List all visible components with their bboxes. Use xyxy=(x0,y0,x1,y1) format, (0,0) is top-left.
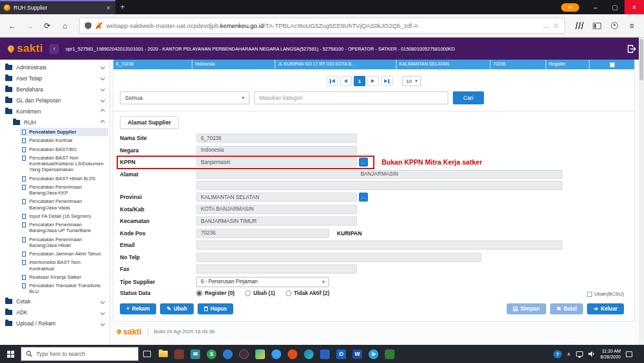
word-icon[interactable]: W xyxy=(349,345,365,363)
sidebar-item-input-fa-detail[interactable]: Input FA Detail (16 Segmen) xyxy=(19,212,108,220)
alamat-field-2[interactable] xyxy=(196,181,562,190)
sidebar-toggle-icon[interactable] xyxy=(590,19,604,33)
radio-ubah[interactable]: Ubah (1) xyxy=(245,290,275,296)
sidebar-item-jaminan-akhir-tahun[interactable]: Pencatatan Jaminan Akhir Tahun xyxy=(19,250,108,258)
tab-close-icon[interactable]: × xyxy=(105,5,111,12)
row-checkbox[interactable] xyxy=(610,62,615,67)
sidebar-item-pencatatan-bast-bg[interactable]: Pencatatan BAST/BG xyxy=(19,145,108,154)
first-page-button[interactable] xyxy=(327,76,338,86)
home-button[interactable]: ⌂ xyxy=(58,19,72,33)
taskbar-clock[interactable]: 11:20 AM8/26/2020 xyxy=(601,348,621,360)
app-icon-1[interactable] xyxy=(171,345,187,363)
page-actions-icon[interactable]: … xyxy=(543,22,549,29)
no-telp-field[interactable] xyxy=(196,253,481,262)
next-page-button[interactable] xyxy=(367,76,379,86)
ubah-button[interactable]: ✎Ubah xyxy=(160,303,194,314)
finance-app-icon[interactable]: $ xyxy=(203,345,220,363)
batal-button[interactable]: ✖Batal xyxy=(550,303,583,314)
category-select[interactable]: Semua▾ xyxy=(120,91,249,104)
browser-icon[interactable] xyxy=(220,345,236,363)
sidebar-item-aset-tetap[interactable]: Aset Tetap xyxy=(0,73,109,84)
logout-icon[interactable] xyxy=(627,45,636,53)
maximize-button[interactable]: ▢ xyxy=(605,0,625,14)
provinsi-lookup-button[interactable]: ... xyxy=(359,193,368,202)
hapus-button[interactable]: Hapus xyxy=(198,303,233,314)
telegram-icon[interactable]: ➤ xyxy=(365,345,382,363)
kppn-lookup-button[interactable]: ... xyxy=(359,158,368,167)
sidebar-item-cetak[interactable]: Cetak xyxy=(0,296,109,307)
sidebar-item-interkoneksi-bast[interactable]: Interkoneksi BAST Non-Kontraktual xyxy=(19,258,108,273)
scrollbar-thumb[interactable] xyxy=(639,39,643,80)
reload-button[interactable]: ⟳ xyxy=(40,19,54,33)
minimize-button[interactable]: – xyxy=(586,0,605,14)
hidden-icons-chevron[interactable]: ∧ xyxy=(567,351,571,357)
current-page-button[interactable]: 1 xyxy=(354,76,365,86)
collapse-sidebar-button[interactable]: ‹ xyxy=(49,44,59,54)
alamat-field-1[interactable]: BANJARMASIN xyxy=(196,170,562,179)
sharing-indicator-icon[interactable]: ∞ xyxy=(561,3,579,12)
keyword-input[interactable] xyxy=(254,91,448,104)
edge-icon[interactable] xyxy=(301,345,317,363)
sidebar-item-pencatatan-bast-hibah[interactable]: Pencatatan BAST Hibah B/J/S xyxy=(19,174,108,183)
nama-site-field[interactable]: 6_70236 xyxy=(196,134,357,143)
provinsi-field[interactable]: KALIMANTAN SELATAN xyxy=(196,193,357,202)
app-icon-2[interactable] xyxy=(252,345,268,363)
sidebar-item-transaksi-transitoris-blu[interactable]: Pencatatan Transaksi Transitoris BLU xyxy=(19,281,108,296)
sidebar-item-penerimaan-valas[interactable]: Pencatatan Penerimaan Barang/Jasa Valas xyxy=(19,197,108,212)
sidebar-item-realisasi-kinerja-satker[interactable]: Realisasi Kinerja Satker xyxy=(19,273,108,281)
sidebar-item-penerimaan-kkp[interactable]: Pencatatan Penerimaan Barang/Jasa KKP xyxy=(19,183,108,198)
new-tab-button[interactable]: + xyxy=(115,0,130,14)
radio-register[interactable]: Register (0) xyxy=(196,290,235,296)
bookmark-star-icon[interactable]: ☆ xyxy=(553,22,559,29)
tipe-supplier-select[interactable]: 6 - Penerusan Pinjaman▾ xyxy=(196,277,329,287)
task-view-icon[interactable] xyxy=(139,345,155,363)
rekam-button[interactable]: +Rekam xyxy=(120,303,156,314)
page-size-select[interactable]: 10▾ xyxy=(402,76,421,86)
url-bar[interactable]: webapp-saktiweb-master-uat.ocpdevdjpb.ke… xyxy=(79,18,565,34)
app-icon-5[interactable] xyxy=(382,345,398,363)
sidebar-item-gl-pelaporan[interactable]: GL dan Pelaporan xyxy=(0,95,109,106)
sidebar-item-ruh[interactable]: RUH xyxy=(8,117,109,128)
sidebar-item-pencatatan-supplier[interactable]: Pencatatan Supplier xyxy=(19,128,108,136)
tray-app-icon[interactable]: ? xyxy=(553,350,562,358)
twitter-icon[interactable] xyxy=(268,345,284,363)
sidebar-item-komitmen[interactable]: Komitmen xyxy=(0,106,109,117)
radio-tidak-aktif[interactable]: Tidak Aktif (2) xyxy=(286,290,330,296)
sidebar-item-adk[interactable]: ADK xyxy=(0,307,109,318)
sidebar-item-administrasi[interactable]: Administrasi xyxy=(0,62,109,73)
kecamatan-field[interactable]: BANJARMASIN TIMUR xyxy=(196,217,357,226)
forward-button[interactable]: → xyxy=(23,19,37,33)
menu-icon[interactable]: ≡ xyxy=(625,19,639,33)
kode-pos-field[interactable]: 70236 xyxy=(196,229,329,238)
file-explorer-icon[interactable] xyxy=(155,345,171,363)
alamat-supplier-tab[interactable]: Alamat Supplier xyxy=(120,116,179,129)
cari-button[interactable]: Cari xyxy=(453,91,484,104)
outlook-icon[interactable]: O xyxy=(333,345,349,363)
library-icon[interactable] xyxy=(572,19,586,33)
start-button[interactable] xyxy=(0,345,21,363)
kota-kab-field[interactable]: KOTA BANJARMASIN xyxy=(196,205,357,214)
simpan-button[interactable]: Simpan xyxy=(507,303,546,314)
camera-app-icon[interactable] xyxy=(236,345,252,363)
fax-field[interactable] xyxy=(196,264,357,274)
email-field[interactable] xyxy=(196,240,562,250)
browser-tab[interactable]: RUH Supplier × xyxy=(0,0,115,14)
table-row[interactable]: 6_70236 Indonesia JL KURIPAN NO 17 RT 03… xyxy=(113,60,634,69)
app-icon-4[interactable] xyxy=(317,345,333,363)
ubah-bcsu-checkbox[interactable]: Ubah(BCSU) xyxy=(587,291,625,297)
action-center-icon[interactable] xyxy=(626,351,632,357)
display-icon[interactable] xyxy=(576,351,583,357)
negara-field[interactable]: Indonesia xyxy=(196,146,357,155)
back-button[interactable]: ← xyxy=(5,19,19,33)
sidebar-item-pencatatan-kontrak[interactable]: Pencatatan Kontrak xyxy=(19,136,108,145)
mail-icon[interactable]: ✉ xyxy=(187,345,203,363)
last-page-button[interactable] xyxy=(381,76,393,86)
prev-page-button[interactable] xyxy=(340,76,352,86)
taskbar-search[interactable]: Type here to search xyxy=(21,347,139,361)
sidebar-item-penerimaan-up-tunai-bank[interactable]: Pencatatan Penerimaan Barang/Jasa UP Tun… xyxy=(19,220,108,235)
app-icon-3[interactable] xyxy=(284,345,301,363)
keluar-button[interactable]: ➜Keluar xyxy=(587,303,624,314)
sidebar-item-upload-rekam[interactable]: Upload / Rekam xyxy=(0,318,109,329)
sidebar-item-pencatatan-bast-non-kontraktual[interactable]: Pencatatan BAST Non Kontraktual/Kwitansi… xyxy=(19,154,108,174)
page-scrollbar[interactable] xyxy=(639,38,644,345)
